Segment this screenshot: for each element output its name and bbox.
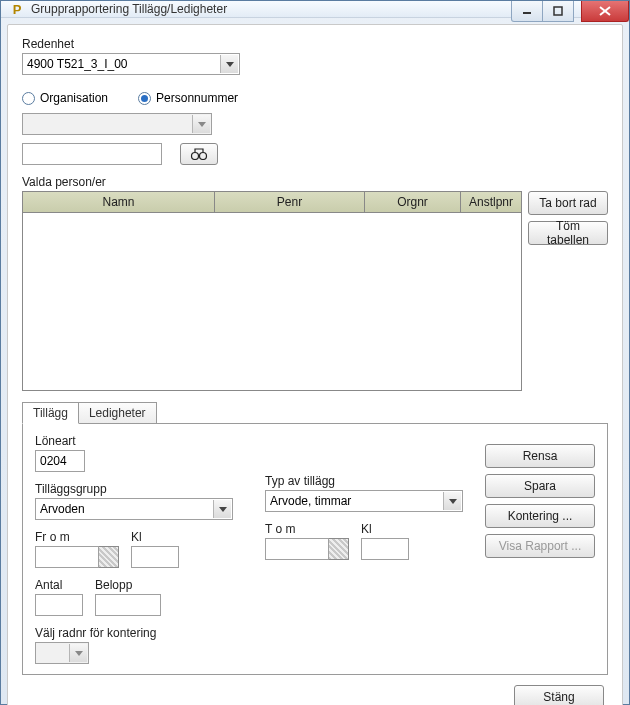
window-controls — [512, 1, 629, 22]
close-button[interactable] — [581, 1, 629, 22]
search-input[interactable] — [22, 143, 162, 165]
tabstrip: Tillägg Ledigheter — [22, 401, 608, 423]
chevron-down-icon — [443, 492, 461, 510]
binoculars-icon — [190, 148, 208, 160]
minimize-button[interactable] — [511, 1, 543, 22]
title-bar: P Grupprapportering Tillägg/Ledigheter — [1, 1, 629, 18]
column-penr[interactable]: Penr — [215, 192, 365, 213]
rensa-button[interactable]: Rensa — [485, 444, 595, 468]
tom-time-input[interactable] — [361, 538, 409, 560]
clear-table-button[interactable]: Töm tabellen — [528, 221, 608, 245]
valj-rad-dropdown[interactable] — [35, 642, 89, 664]
belopp-input[interactable] — [95, 594, 161, 616]
chevron-down-icon — [220, 55, 238, 73]
loneart-input[interactable] — [35, 450, 85, 472]
stang-button[interactable]: Stäng — [514, 685, 604, 705]
typ-label: Typ av tillägg — [265, 474, 495, 488]
from-date-input[interactable] — [35, 546, 99, 568]
chevron-down-icon — [69, 644, 87, 662]
maximize-button[interactable] — [542, 1, 574, 22]
svg-rect-1 — [554, 7, 562, 15]
chevron-down-icon — [192, 115, 210, 133]
redenhet-label: Redenhet — [22, 37, 608, 51]
column-orgnr[interactable]: Orgnr — [365, 192, 461, 213]
kontering-button[interactable]: Kontering ... — [485, 504, 595, 528]
tillagsgrupp-label: Tilläggsgrupp — [35, 482, 265, 496]
radio-organisation[interactable]: Organisation — [22, 91, 108, 105]
redenhet-dropdown[interactable]: 4900 T521_3_I_00 — [22, 53, 240, 75]
radio-icon — [138, 92, 151, 105]
tom-date-picker-button[interactable] — [329, 538, 349, 560]
redenhet-value: 4900 T521_3_I_00 — [27, 57, 128, 71]
tillagg-panel: Löneart Tilläggsgrupp Arvoden Fr o m — [22, 423, 608, 675]
remove-row-button[interactable]: Ta bort rad — [528, 191, 608, 215]
tom-label: T o m — [265, 522, 349, 536]
radio-icon — [22, 92, 35, 105]
maximize-icon — [553, 6, 563, 16]
minimize-icon — [522, 6, 532, 16]
persons-table[interactable]: Namn Penr Orgnr Anstlpnr — [22, 191, 522, 391]
typ-dropdown[interactable]: Arvode, timmar — [265, 490, 463, 512]
from-date-picker-button[interactable] — [99, 546, 119, 568]
svg-point-4 — [192, 153, 199, 160]
from-label: Fr o m — [35, 530, 119, 544]
svg-point-5 — [200, 153, 207, 160]
search-button[interactable] — [180, 143, 218, 165]
tillagsgrupp-dropdown[interactable]: Arvoden — [35, 498, 233, 520]
tom-date-input[interactable] — [265, 538, 329, 560]
antal-input[interactable] — [35, 594, 83, 616]
from-time-input[interactable] — [131, 546, 179, 568]
selected-persons-label: Valda person/er — [22, 175, 608, 189]
visa-rapport-button: Visa Rapport ... — [485, 534, 595, 558]
chevron-down-icon — [213, 500, 231, 518]
app-window: P Grupprapportering Tillägg/Ledigheter R… — [0, 0, 630, 705]
radio-personnummer[interactable]: Personnummer — [138, 91, 238, 105]
valj-rad-label: Välj radnr för kontering — [35, 626, 265, 640]
table-header: Namn Penr Orgnr Anstlpnr — [23, 192, 521, 213]
spara-button[interactable]: Spara — [485, 474, 595, 498]
typ-value: Arvode, timmar — [270, 494, 351, 508]
belopp-label: Belopp — [95, 578, 161, 592]
app-icon: P — [9, 1, 25, 17]
close-icon — [599, 6, 611, 16]
column-anstlpnr[interactable]: Anstlpnr — [461, 192, 521, 213]
tab-ledigheter[interactable]: Ledigheter — [78, 402, 157, 424]
client-area: Redenhet 4900 T521_3_I_00 Organisation P… — [7, 24, 623, 705]
loneart-label: Löneart — [35, 434, 265, 448]
antal-label: Antal — [35, 578, 83, 592]
tab-tillagg[interactable]: Tillägg — [22, 402, 79, 424]
column-namn[interactable]: Namn — [23, 192, 215, 213]
tom-kl-label: Kl — [361, 522, 409, 536]
organisation-dropdown — [22, 113, 212, 135]
organisation-label: Organisation — [40, 91, 108, 105]
window-title: Grupprapportering Tillägg/Ledigheter — [31, 2, 227, 16]
personnummer-label: Personnummer — [156, 91, 238, 105]
tillagsgrupp-value: Arvoden — [40, 502, 85, 516]
from-kl-label: Kl — [131, 530, 179, 544]
